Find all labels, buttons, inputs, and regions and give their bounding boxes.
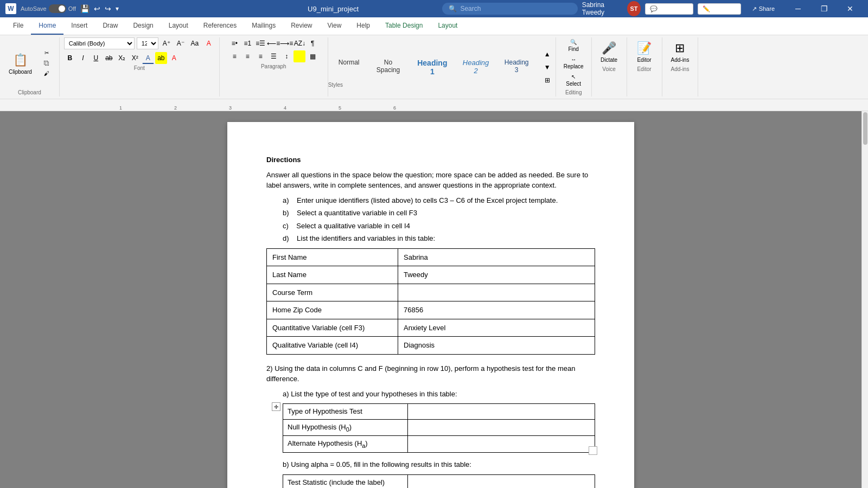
- line-spacing-button[interactable]: ↕: [280, 50, 292, 62]
- comments-button[interactable]: 💬 Comments: [645, 3, 693, 15]
- style-heading1[interactable]: Heading 1: [411, 56, 453, 79]
- table-cell: Diagnosis: [398, 337, 595, 355]
- undo-icon[interactable]: ↩: [94, 4, 100, 13]
- select-button[interactable]: ↖ Select: [560, 72, 587, 88]
- tab-references[interactable]: References: [196, 17, 244, 35]
- styles-up-button[interactable]: ▲: [541, 48, 553, 60]
- font-grow-button[interactable]: A⁺: [161, 37, 173, 49]
- clipboard-label: Clipboard: [18, 89, 41, 97]
- align-left-button[interactable]: ≡: [228, 50, 240, 62]
- subscript-button[interactable]: X₂: [116, 52, 128, 64]
- ruler: 123456: [0, 99, 868, 111]
- addins-button[interactable]: ⊞ Add-ins: [667, 37, 694, 65]
- table-row: Qualitative Variable (cell I4) Diagnosis: [267, 337, 595, 355]
- restore-button[interactable]: ❐: [812, 0, 837, 17]
- tab-view[interactable]: View: [320, 17, 349, 35]
- table-cell: [408, 404, 595, 420]
- align-right-button[interactable]: ≡: [254, 50, 266, 62]
- tab-file[interactable]: File: [5, 17, 31, 35]
- underline-button[interactable]: U: [90, 52, 102, 64]
- text-color-button[interactable]: A: [168, 52, 180, 64]
- borders-button[interactable]: ▦: [307, 50, 318, 62]
- increase-indent-button[interactable]: ⟶≡: [280, 37, 292, 49]
- italic-button[interactable]: I: [77, 52, 89, 64]
- list-label-c: c): [283, 222, 295, 230]
- replace-button[interactable]: ↔ Replace: [560, 55, 587, 71]
- font-name-dropdown[interactable]: Calibri (Body): [64, 37, 135, 49]
- bullets-button[interactable]: ≡•: [228, 37, 240, 49]
- font-size-dropdown[interactable]: 12: [137, 37, 158, 49]
- user-avatar[interactable]: ST: [627, 1, 641, 16]
- tab-draw[interactable]: Draw: [95, 17, 125, 35]
- change-case-button[interactable]: Aa: [189, 37, 201, 49]
- select-icon: ↖: [571, 74, 576, 80]
- strikethrough-button[interactable]: ab: [103, 52, 115, 64]
- autosave-label: AutoSave: [21, 5, 47, 12]
- title-search-input[interactable]: [460, 5, 569, 12]
- ribbon: File Home Insert Draw Design Layout Refe…: [0, 17, 868, 99]
- hypothesis-table: Type of Hypothesis Test Null Hypothesis …: [283, 403, 595, 453]
- copy-button[interactable]: ⿻: [39, 59, 55, 68]
- style-normal[interactable]: Normal: [333, 56, 365, 79]
- tab-table-design[interactable]: Table Design: [378, 17, 430, 35]
- close-button[interactable]: ✕: [838, 0, 863, 17]
- dictate-button[interactable]: 🎤 Dictate: [596, 37, 622, 65]
- style-heading3[interactable]: Heading 3: [499, 56, 535, 79]
- customize-icon[interactable]: ▾: [116, 5, 119, 12]
- font-color-button[interactable]: A: [142, 52, 154, 64]
- minimize-button[interactable]: ─: [786, 0, 810, 17]
- styles-down-button[interactable]: ▼: [541, 61, 553, 73]
- table-cell: Test Statistic (include the label): [283, 474, 408, 488]
- para-row1: ≡• ≡1 ≡☰ ⟵≡ ⟶≡ AZ↓ ¶: [228, 37, 318, 49]
- find-button[interactable]: 🔍 Find: [560, 37, 587, 54]
- format-painter-button[interactable]: 🖌: [39, 69, 55, 78]
- document-scroll[interactable]: Directions Answer all questions in the s…: [0, 111, 861, 488]
- styles-more-button[interactable]: ⊞: [541, 74, 553, 86]
- table-move-handle[interactable]: ✛: [272, 402, 280, 411]
- vertical-scrollbar[interactable]: [861, 111, 868, 488]
- section2b-label: b) Using alpha = 0.05, fill in the follo…: [283, 459, 595, 470]
- font-shrink-button[interactable]: A⁻: [175, 37, 187, 49]
- sort-button[interactable]: AZ↓: [293, 37, 305, 49]
- superscript-button[interactable]: X²: [129, 52, 141, 64]
- list-text-c: Select a qualitative variable in cell I4: [296, 222, 410, 230]
- title-bar-left: W AutoSave Off 💾 ↩ ↪ ▾: [5, 3, 224, 14]
- dictate-icon: 🎤: [601, 40, 618, 57]
- title-search[interactable]: 🔍: [442, 3, 577, 15]
- tab-mailings[interactable]: Mailings: [244, 17, 283, 35]
- scroll-thumb[interactable]: [863, 112, 867, 145]
- autosave-toggle[interactable]: [49, 4, 66, 13]
- shading-button[interactable]: [293, 50, 305, 62]
- justify-button[interactable]: ☰: [267, 50, 279, 62]
- cut-button[interactable]: ✂: [39, 48, 55, 57]
- bold-button[interactable]: B: [64, 52, 76, 64]
- show-marks-button[interactable]: ¶: [307, 37, 318, 49]
- tab-design[interactable]: Design: [125, 17, 161, 35]
- editor-button[interactable]: 📝 Editor: [631, 37, 658, 65]
- numbering-button[interactable]: ≡1: [241, 37, 253, 49]
- table-cell: Course Term: [267, 284, 398, 301]
- decrease-indent-button[interactable]: ⟵≡: [267, 37, 279, 49]
- table-cell: [408, 419, 595, 436]
- tab-review[interactable]: Review: [283, 17, 320, 35]
- highlight-button[interactable]: ab: [155, 52, 167, 64]
- redo-icon[interactable]: ↪: [105, 4, 111, 13]
- tab-layout2[interactable]: Layout: [430, 17, 465, 35]
- tab-home[interactable]: Home: [31, 17, 63, 35]
- tab-insert[interactable]: Insert: [63, 17, 95, 35]
- font-controls: Calibri (Body) 12 A⁺ A⁻ Aa A B I U ab X₂: [64, 37, 215, 64]
- save-icon[interactable]: 💾: [80, 4, 90, 13]
- align-center-button[interactable]: ≡: [241, 50, 253, 62]
- tab-help[interactable]: Help: [349, 17, 378, 35]
- clear-format-button[interactable]: A: [203, 37, 215, 49]
- table-cell: Null Hypothesis (H0): [283, 419, 408, 436]
- tab-layout[interactable]: Layout: [161, 17, 196, 35]
- style-heading2[interactable]: Heading 2: [457, 56, 495, 79]
- style-no-spacing[interactable]: No Spacing: [368, 56, 408, 79]
- editing-button[interactable]: ✏️ Editing ▾: [698, 3, 741, 15]
- share-button[interactable]: ↗ Share: [745, 3, 781, 15]
- voice-group: 🎤 Dictate Voice: [592, 37, 627, 97]
- paste-button[interactable]: 📋 Clipboard: [4, 49, 36, 77]
- multilevel-button[interactable]: ≡☰: [254, 37, 266, 49]
- table-resize-handle[interactable]: [589, 446, 597, 455]
